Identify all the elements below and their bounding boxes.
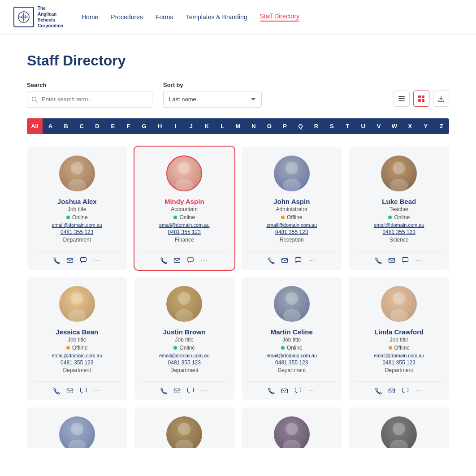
staff-email[interactable]: email@domain.com.au bbox=[266, 353, 317, 358]
alpha-btn-O[interactable]: O bbox=[261, 118, 277, 134]
chat-icon[interactable] bbox=[187, 387, 194, 394]
staff-name[interactable]: Jessica Bean bbox=[56, 328, 98, 336]
staff-phone[interactable]: 0481 355 123 bbox=[61, 359, 93, 366]
search-label: Search bbox=[27, 82, 152, 88]
alpha-btn-D[interactable]: D bbox=[90, 118, 105, 134]
alpha-btn-Z[interactable]: Z bbox=[433, 118, 449, 134]
phone-icon[interactable] bbox=[160, 387, 167, 394]
staff-phone[interactable]: 0481 355 123 bbox=[168, 229, 201, 235]
more-options-icon[interactable]: ⋯ bbox=[93, 256, 101, 264]
chat-icon[interactable] bbox=[294, 387, 302, 394]
search-input[interactable] bbox=[27, 91, 152, 108]
alpha-btn-A[interactable]: A bbox=[43, 118, 58, 134]
email-icon[interactable] bbox=[281, 257, 288, 264]
staff-name[interactable]: Martin Celine bbox=[271, 328, 313, 336]
alpha-btn-V[interactable]: V bbox=[371, 118, 387, 134]
svg-rect-16 bbox=[174, 258, 180, 262]
staff-grid-row1: Joshua AlexJob title Onlineemail@domain.… bbox=[27, 147, 449, 270]
staff-name[interactable]: Linda Crawford bbox=[374, 328, 424, 336]
staff-phone[interactable]: 0481 355 123 bbox=[275, 359, 308, 366]
chat-icon[interactable] bbox=[402, 387, 409, 394]
staff-phone[interactable]: 0481 355 123 bbox=[61, 229, 93, 235]
alpha-btn-All[interactable]: All bbox=[27, 118, 43, 134]
staff-email[interactable]: email@domain.com.au bbox=[266, 222, 317, 228]
alpha-btn-K[interactable]: K bbox=[199, 118, 215, 134]
staff-phone[interactable]: 0481 355 123 bbox=[275, 229, 308, 235]
grid-view-button[interactable] bbox=[413, 91, 429, 107]
chat-icon[interactable] bbox=[187, 257, 194, 264]
nav-forms[interactable]: Forms bbox=[156, 13, 173, 21]
chat-icon[interactable] bbox=[402, 257, 409, 264]
staff-phone[interactable]: 0481 355 123 bbox=[383, 229, 415, 235]
nav-staff-directory[interactable]: Staff Directory bbox=[260, 13, 299, 22]
staff-email[interactable]: email@domain.com.au bbox=[52, 222, 102, 228]
staff-name[interactable]: Justin Brown bbox=[163, 328, 206, 336]
nav-home[interactable]: Home bbox=[82, 13, 98, 21]
phone-icon[interactable] bbox=[375, 257, 382, 264]
more-options-icon[interactable]: ⋯ bbox=[415, 386, 423, 395]
phone-icon[interactable] bbox=[53, 257, 60, 264]
alpha-btn-S[interactable]: S bbox=[324, 118, 340, 134]
alpha-btn-I[interactable]: I bbox=[168, 118, 183, 134]
alpha-btn-G[interactable]: G bbox=[136, 118, 152, 134]
alpha-btn-Q[interactable]: Q bbox=[293, 118, 308, 134]
staff-phone[interactable]: 0481 355 123 bbox=[383, 359, 415, 366]
more-options-icon[interactable]: ⋯ bbox=[415, 256, 423, 264]
alpha-btn-X[interactable]: X bbox=[402, 118, 418, 134]
alpha-btn-M[interactable]: M bbox=[230, 118, 246, 134]
alpha-btn-T[interactable]: T bbox=[340, 118, 355, 134]
email-icon[interactable] bbox=[388, 387, 395, 394]
svg-rect-3 bbox=[398, 96, 405, 97]
alpha-btn-H[interactable]: H bbox=[152, 118, 168, 134]
alpha-btn-J[interactable]: J bbox=[183, 118, 199, 134]
staff-email[interactable]: email@domain.com.au bbox=[159, 353, 210, 358]
phone-icon[interactable] bbox=[53, 387, 60, 394]
logo-icon bbox=[13, 7, 34, 27]
alpha-btn-C[interactable]: C bbox=[74, 118, 90, 134]
phone-icon[interactable] bbox=[268, 387, 275, 394]
alpha-btn-N[interactable]: N bbox=[246, 118, 261, 134]
alpha-btn-P[interactable]: P bbox=[277, 118, 293, 134]
email-icon[interactable] bbox=[66, 257, 74, 264]
staff-name[interactable]: Mindy Aspin bbox=[164, 198, 204, 205]
email-icon[interactable] bbox=[66, 387, 74, 394]
more-options-icon[interactable]: ⋯ bbox=[200, 256, 208, 264]
staff-email[interactable]: email@domain.com.au bbox=[374, 353, 424, 358]
email-icon[interactable] bbox=[173, 257, 181, 264]
staff-name[interactable]: Luke Bead bbox=[382, 198, 416, 205]
alpha-btn-F[interactable]: F bbox=[121, 118, 136, 134]
staff-card-partial bbox=[27, 407, 127, 448]
email-icon[interactable] bbox=[173, 387, 181, 394]
sort-label: Sort by bbox=[163, 82, 262, 88]
staff-name[interactable]: John Aspin bbox=[273, 198, 310, 205]
alpha-btn-W[interactable]: W bbox=[386, 118, 402, 134]
more-options-icon[interactable]: ⋯ bbox=[93, 386, 101, 395]
list-view-button[interactable] bbox=[394, 91, 410, 107]
staff-email[interactable]: email@domain.com.au bbox=[374, 222, 424, 228]
phone-icon[interactable] bbox=[268, 257, 275, 264]
phone-icon[interactable] bbox=[160, 257, 167, 264]
staff-name[interactable]: Joshua Alex bbox=[57, 198, 97, 205]
sort-select[interactable]: Last name First name Department Job titl… bbox=[163, 91, 262, 108]
alpha-btn-E[interactable]: E bbox=[105, 118, 121, 134]
alpha-btn-B[interactable]: B bbox=[58, 118, 74, 134]
alpha-btn-R[interactable]: R bbox=[308, 118, 324, 134]
chat-icon[interactable] bbox=[294, 257, 302, 264]
more-options-icon[interactable]: ⋯ bbox=[308, 386, 316, 395]
alpha-btn-U[interactable]: U bbox=[355, 118, 371, 134]
staff-email[interactable]: email@domain.com.au bbox=[52, 353, 102, 358]
email-icon[interactable] bbox=[281, 387, 288, 394]
alpha-btn-Y[interactable]: Y bbox=[418, 118, 433, 134]
staff-email[interactable]: email@domain.com.au bbox=[159, 222, 210, 228]
nav-templates[interactable]: Templates & Branding bbox=[186, 13, 247, 21]
chat-icon[interactable] bbox=[80, 257, 87, 264]
phone-icon[interactable] bbox=[375, 387, 382, 394]
chat-icon[interactable] bbox=[80, 387, 87, 394]
nav-procedures[interactable]: Procedures bbox=[111, 13, 143, 21]
alpha-btn-L[interactable]: L bbox=[215, 118, 230, 134]
staff-phone[interactable]: 0481 355 123 bbox=[168, 359, 201, 366]
more-options-icon[interactable]: ⋯ bbox=[200, 386, 208, 395]
download-button[interactable] bbox=[433, 91, 449, 107]
email-icon[interactable] bbox=[388, 257, 395, 264]
more-options-icon[interactable]: ⋯ bbox=[308, 256, 316, 264]
